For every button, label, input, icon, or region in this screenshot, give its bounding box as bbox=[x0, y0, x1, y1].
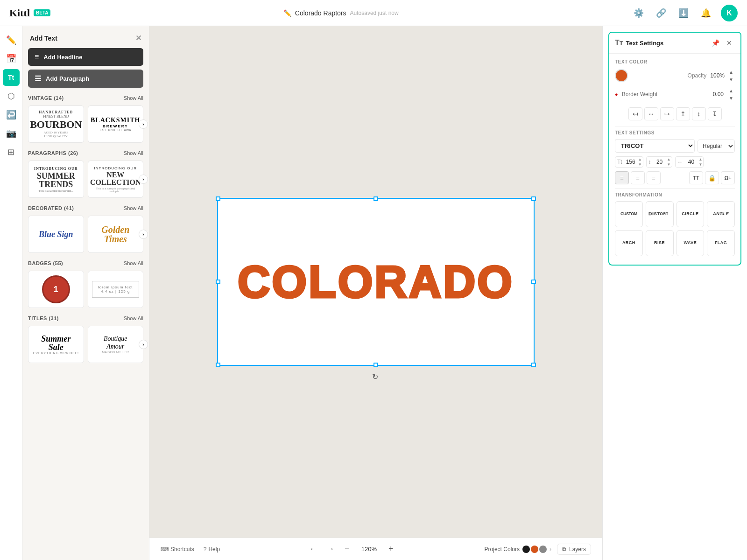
rotate-handle[interactable]: ↻ bbox=[372, 372, 380, 380]
vintage-next-arrow[interactable]: › bbox=[139, 119, 148, 129]
transform-custom[interactable]: CUSTOM bbox=[615, 201, 643, 227]
transform-flag[interactable]: FLAG bbox=[707, 230, 735, 256]
shortcuts-button[interactable]: ⌨ Shortcuts bbox=[161, 546, 194, 553]
border-down[interactable]: ▼ bbox=[727, 94, 735, 102]
align-left-btn[interactable]: ↤ bbox=[628, 107, 642, 120]
opacity-up[interactable]: ▲ bbox=[727, 68, 735, 76]
download-icon[interactable]: ⬇️ bbox=[676, 6, 691, 21]
align-right-btn[interactable]: ↦ bbox=[660, 107, 674, 120]
handle-middle-left[interactable] bbox=[216, 280, 220, 284]
align-center-format-btn[interactable]: ≡ bbox=[631, 171, 645, 184]
titles-item-1[interactable]: SummerSale Everything 50% off! bbox=[28, 326, 84, 363]
badges-show-all[interactable]: Show All bbox=[124, 260, 143, 266]
bottom-bar-left: ⌨ Shortcuts ? Help bbox=[161, 546, 220, 553]
vintage-item-1[interactable]: HANDCRAFTED FINEST BLEND BOURBON AGED 10… bbox=[28, 105, 84, 143]
special-char-btn[interactable]: Ω+ bbox=[721, 171, 735, 184]
close-text-settings-button[interactable]: ✕ bbox=[724, 37, 735, 49]
decorated-item-2[interactable]: GoldenTimes bbox=[88, 216, 144, 253]
redo-nav-button[interactable]: → bbox=[324, 543, 337, 556]
font-select[interactable]: TRICOT bbox=[615, 139, 695, 153]
panel-close-button[interactable]: ✕ bbox=[135, 34, 141, 42]
tool-camera[interactable]: 📷 bbox=[3, 125, 20, 142]
share-icon[interactable]: 🔗 bbox=[654, 6, 669, 21]
zoom-level[interactable]: 120% bbox=[357, 546, 381, 553]
canvas-container[interactable]: COLORADO ↻ bbox=[149, 26, 602, 538]
add-paragraph-button[interactable]: ☰ Add Paragraph bbox=[28, 70, 143, 88]
canvas[interactable]: COLORADO ↻ bbox=[217, 198, 535, 366]
tool-grid[interactable]: ⊞ bbox=[3, 144, 20, 161]
line-height-up[interactable]: ▲ bbox=[667, 157, 671, 162]
border-steppers: ▲ ▼ bbox=[727, 87, 735, 102]
decorated-item-1[interactable]: Blue Sign bbox=[28, 216, 84, 253]
font-size-value[interactable]: 156 bbox=[624, 157, 637, 167]
handle-bottom-left[interactable] bbox=[216, 363, 220, 367]
transform-rise[interactable]: RISE bbox=[646, 230, 674, 256]
shortcuts-label: Shortcuts bbox=[170, 546, 194, 553]
border-up[interactable]: ▲ bbox=[727, 87, 735, 94]
decorated-next-arrow[interactable]: › bbox=[139, 230, 148, 239]
tool-edit[interactable]: ✏️ bbox=[3, 32, 20, 49]
opacity-down[interactable]: ▼ bbox=[727, 76, 735, 83]
line-height-value[interactable]: 20 bbox=[653, 157, 666, 167]
tool-undo[interactable]: ↩️ bbox=[3, 106, 20, 123]
titles-next-arrow[interactable]: › bbox=[139, 340, 148, 349]
handle-bottom-right[interactable] bbox=[531, 363, 536, 367]
decorated-show-all[interactable]: Show All bbox=[124, 205, 143, 211]
transform-distort[interactable]: DISTORT bbox=[646, 201, 674, 227]
transform-circle[interactable]: CIRCLE bbox=[677, 201, 705, 227]
align-right-format-btn[interactable]: ≡ bbox=[647, 171, 661, 184]
transform-arch[interactable]: ARCH bbox=[615, 230, 643, 256]
handle-middle-right[interactable] bbox=[531, 280, 536, 284]
letter-spacing-up[interactable]: ▲ bbox=[699, 157, 703, 162]
zoom-in-button[interactable]: + bbox=[384, 543, 397, 556]
handle-bottom-middle[interactable] bbox=[374, 363, 378, 367]
font-size-down[interactable]: ▼ bbox=[638, 162, 642, 167]
font-size-up[interactable]: ▲ bbox=[638, 157, 642, 162]
project-name[interactable]: Colorado Raptors bbox=[295, 9, 346, 17]
user-avatar[interactable]: K bbox=[721, 5, 738, 21]
align-left-format-btn[interactable]: ≡ bbox=[615, 171, 629, 184]
logo[interactable]: Kittl bbox=[9, 7, 30, 19]
tool-calendar[interactable]: 📅 bbox=[3, 50, 20, 67]
paragraphs-item-2[interactable]: INTRODUCING OUR NEWCOLLECTION This is a … bbox=[88, 161, 144, 198]
titles-item-2[interactable]: BoutiqueAmour MAISON ATELIER bbox=[88, 326, 144, 363]
lock-btn[interactable]: 🔒 bbox=[705, 171, 719, 184]
add-headline-button[interactable]: ≡ Add Headline bbox=[28, 48, 143, 66]
divider-2 bbox=[615, 188, 735, 189]
style-select[interactable]: Regular bbox=[698, 140, 735, 153]
uppercase-btn[interactable]: TT bbox=[689, 171, 703, 184]
handle-top-middle[interactable] bbox=[374, 196, 378, 201]
align-center-h-btn[interactable]: ↔ bbox=[644, 107, 658, 120]
paragraphs-next-arrow[interactable]: › bbox=[139, 175, 148, 184]
bottom-bar-right: Project Colors › ⧉ Layers bbox=[485, 544, 591, 555]
letter-spacing-down[interactable]: ▼ bbox=[699, 162, 703, 167]
transform-angle[interactable]: ANGLE bbox=[707, 201, 735, 227]
badges-item-2[interactable]: lorem ipsum text 4.4 oz | 125 g bbox=[88, 271, 144, 308]
project-colors-section[interactable]: Project Colors › bbox=[485, 546, 551, 553]
badges-item-1[interactable]: 1 bbox=[28, 271, 84, 308]
tool-shapes[interactable]: ⬡ bbox=[3, 88, 20, 105]
tool-text[interactable]: Tt bbox=[3, 69, 20, 86]
border-color-dot[interactable]: ● bbox=[615, 91, 618, 97]
paragraphs-item-1[interactable]: INTRODUCING OUR SUMMERTRENDS This is a s… bbox=[28, 161, 84, 198]
paragraphs-show-all[interactable]: Show All bbox=[124, 150, 143, 156]
notifications-icon[interactable]: 🔔 bbox=[698, 6, 713, 21]
vintage-show-all[interactable]: Show All bbox=[124, 95, 143, 101]
titles-show-all[interactable]: Show All bbox=[124, 315, 143, 321]
color-swatch[interactable] bbox=[615, 69, 628, 82]
align-middle-v-btn[interactable]: ↕ bbox=[692, 107, 706, 120]
handle-top-right[interactable] bbox=[531, 196, 536, 201]
layers-button[interactable]: ⧉ Layers bbox=[557, 544, 591, 555]
line-height-down[interactable]: ▼ bbox=[667, 162, 671, 167]
vintage-item-2[interactable]: BLACKSMITH BREWERY EST. 1898 · OTTAWA bbox=[88, 105, 144, 143]
align-bottom-btn[interactable]: ↧ bbox=[708, 107, 722, 120]
pin-button[interactable]: 📌 bbox=[710, 37, 721, 49]
align-top-btn[interactable]: ↥ bbox=[676, 107, 690, 120]
help-button[interactable]: ? Help bbox=[204, 546, 220, 553]
zoom-out-button[interactable]: − bbox=[340, 543, 353, 556]
undo-nav-button[interactable]: ← bbox=[307, 543, 320, 556]
handle-top-left[interactable] bbox=[216, 196, 220, 201]
settings-icon[interactable]: ⚙️ bbox=[631, 6, 646, 21]
letter-spacing-value[interactable]: 40 bbox=[685, 157, 698, 167]
transform-wave[interactable]: WAVE bbox=[677, 230, 705, 256]
